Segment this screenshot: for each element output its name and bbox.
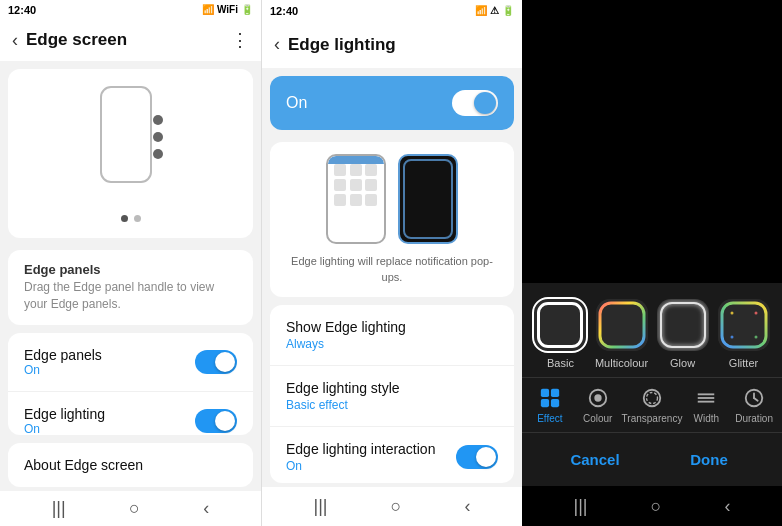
action-row: Cancel Done [522,432,782,486]
edge-lighting-toggle[interactable] [195,409,237,433]
duration-tab-label: Duration [735,413,773,424]
edge-panels-item[interactable]: Edge panels On [8,333,253,392]
glitter-thumb[interactable] [718,299,770,351]
tab-transparency[interactable]: Transparency [622,386,683,424]
toolbar-2: ‹ Edge lighting [262,21,522,68]
glow-thumb[interactable] [657,299,709,351]
phones-preview [326,154,458,244]
nav-bar-1: ||| ○ ‹ [0,491,261,526]
interaction-text: Edge lighting interaction On [286,441,435,473]
glitter-svg [718,299,770,351]
done-button[interactable]: Done [652,445,766,474]
effect-tab-label: Effect [537,413,562,424]
svg-rect-17 [541,399,549,407]
nav-menu-1[interactable]: ||| [52,498,66,519]
show-edge-sub: Always [286,337,406,351]
show-edge-text: Show Edge lighting Always [286,319,406,351]
edge-lighting-item-text: Edge lighting On [24,406,105,435]
phone-grid [328,156,384,214]
nav-bar-2: ||| ○ ‹ [262,487,522,526]
svg-point-14 [754,336,757,339]
effect-panel: Basic Multicolou [522,0,782,526]
more-options-1[interactable]: ⋮ [231,29,249,51]
svg-point-3 [153,149,163,159]
status-icons-1: 📶 WiFi 🔋 [202,4,253,15]
nav-home-1[interactable]: ○ [129,498,140,519]
status-bar-1: 12:40 📶 WiFi 🔋 [0,0,261,19]
settings-rows: Show Edge lighting Always Edge lighting … [270,305,514,483]
effect-multicolour[interactable]: Multicolour [595,299,648,369]
nav-back-3[interactable]: ‹ [724,496,730,517]
svg-line-28 [754,398,758,401]
show-edge-lighting-row[interactable]: Show Edge lighting Always [270,305,514,366]
back-button-1[interactable]: ‹ [12,30,18,51]
edge-screen-panel: 12:40 📶 WiFi 🔋 ‹ Edge screen ⋮ Edge pane… [0,0,261,526]
about-edge-screen-item[interactable]: About Edge screen [8,443,253,487]
settings-list-1: Edge panels On Edge lighting On [8,333,253,435]
effect-tabs: Effect Colour Transparency [522,377,782,432]
status-bar-2: 12:40 📶 ⚠ 🔋 [262,0,522,21]
svg-rect-15 [541,389,549,397]
interaction-sub: On [286,459,435,473]
nav-home-3[interactable]: ○ [651,496,662,517]
preview-card-2: Edge lighting will replace notification … [270,142,514,297]
duration-icon [742,386,766,410]
page-title-2: Edge lighting [288,35,510,55]
transparency-tab-label: Transparency [622,413,683,424]
tab-width[interactable]: Width [682,386,730,424]
phone-after [398,154,458,244]
effect-basic[interactable]: Basic [534,299,587,369]
basic-label: Basic [547,357,574,369]
nav-menu-2[interactable]: ||| [314,496,328,517]
svg-point-11 [730,312,733,315]
svg-rect-18 [551,399,559,407]
main-toggle[interactable] [452,90,498,116]
transparency-icon [640,386,664,410]
svg-point-20 [594,394,601,401]
glow-label: Glow [670,357,695,369]
svg-point-2 [153,132,163,142]
nav-menu-3[interactable]: ||| [574,496,588,517]
nav-back-2[interactable]: ‹ [464,496,470,517]
tab-effect[interactable]: Effect [526,386,574,424]
effect-glow[interactable]: Glow [656,299,709,369]
page-title-1: Edge screen [26,30,223,50]
style-label: Edge lighting style [286,380,400,396]
basic-thumb[interactable] [534,299,586,351]
main-toggle-row[interactable]: On [270,76,514,130]
width-tab-label: Width [694,413,720,424]
multicolour-thumb[interactable] [596,299,648,351]
page-dots [121,215,141,222]
time-2: 12:40 [270,5,298,17]
edge-lighting-item[interactable]: Edge lighting On [8,392,253,435]
svg-rect-16 [551,389,559,397]
svg-rect-0 [101,87,151,182]
tab-colour[interactable]: Colour [574,386,622,424]
multicolour-svg [596,299,648,351]
edge-lighting-style-row[interactable]: Edge lighting style Basic effect [270,366,514,427]
edge-panels-toggle[interactable] [195,350,237,374]
basic-border [537,302,583,348]
main-toggle-label: On [286,94,307,112]
colour-tab-label: Colour [583,413,612,424]
svg-point-13 [730,336,733,339]
style-text: Edge lighting style Basic effect [286,380,400,412]
effect-glitter[interactable]: Glitter [717,299,770,369]
nav-home-2[interactable]: ○ [391,496,402,517]
glow-svg [657,299,709,351]
edge-lighting-sub: On [24,422,105,435]
width-icon [694,386,718,410]
back-button-2[interactable]: ‹ [274,34,280,55]
colour-icon [586,386,610,410]
cancel-button[interactable]: Cancel [538,445,652,474]
effect-icon [538,386,562,410]
tab-duration[interactable]: Duration [730,386,778,424]
phone-preview-card [8,69,253,238]
interaction-toggle[interactable] [456,445,498,469]
edge-lighting-interaction-row[interactable]: Edge lighting interaction On [270,427,514,483]
edge-lighting-label: Edge lighting [24,406,105,422]
edge-panels-section: Edge panels Drag the Edge panel handle t… [8,250,253,325]
nav-back-1[interactable]: ‹ [203,498,209,519]
svg-point-12 [754,312,757,315]
preview-description: Edge lighting will replace notification … [282,254,502,285]
